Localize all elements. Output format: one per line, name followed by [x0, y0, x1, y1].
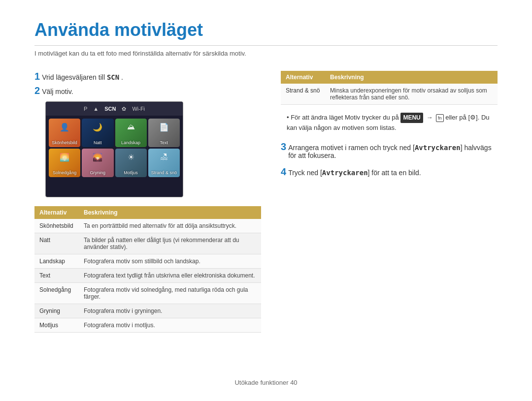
page-subtitle: I motivläget kan du ta ett foto med föri…	[34, 50, 498, 57]
cam-cell-text: 📄 Text	[148, 119, 180, 147]
solnedgang-label: Solnedgång	[53, 170, 76, 175]
table-row: Strand & snö Minska underexponeringen fö…	[281, 84, 498, 105]
table-row: Text Fotografera text tydligt från utskr…	[34, 269, 261, 283]
step-3-text: Arrangera motivet i ramen och tryck ned …	[288, 144, 498, 159]
motljus-label: Motljus	[124, 170, 138, 175]
solnedgang-icon: 🌅	[60, 153, 69, 162]
cam-cell-gryning: 🌄 Gryning	[82, 149, 113, 177]
natt-label: Natt	[94, 140, 102, 145]
row-col2: Fotografera motiv vid solnedgång, med na…	[79, 283, 261, 304]
content-area: 1 Vrid lägesväljaren till SCN . 2 Välj m…	[34, 71, 498, 333]
table-row: Skönhetsbild Ta en porträttbild med alte…	[34, 219, 261, 233]
table-row: Gryning Fotografera motiv i gryningen.	[34, 304, 261, 318]
skonhetsbild-label: Skönhetsbild	[52, 140, 77, 145]
table-row: Natt Ta bilder på natten eller dåligt lj…	[34, 233, 261, 254]
fn-icon: fn	[436, 114, 444, 122]
page-container: Använda motivläget I motivläget kan du t…	[0, 0, 532, 401]
cam-mode-scn: SCN	[104, 106, 116, 112]
left-column: 1 Vrid lägesväljaren till SCN . 2 Välj m…	[34, 71, 261, 333]
step-2-text: Välj motiv.	[42, 88, 73, 95]
camera-grid: 👤 Skönhetsbild 🌙 Natt ⛰ Landskap	[46, 116, 183, 180]
row-col1: Gryning	[34, 304, 79, 318]
step-2-number: 2	[34, 85, 40, 96]
text-label: Text	[160, 140, 168, 145]
gear-symbol: ⚙	[470, 114, 476, 121]
left-table-header-col2: Beskrivning	[79, 206, 261, 219]
row-col2: Ta en porträttbild med alternativ för at…	[79, 219, 261, 233]
landskap-label: Landskap	[121, 140, 140, 145]
row-col1: Skönhetsbild	[34, 219, 79, 233]
cam-mode-icon: ▲	[93, 106, 99, 112]
cam-mode-flower: ✿	[122, 106, 126, 112]
row-col1: Motljus	[34, 318, 79, 333]
table-row: Solnedgång Fotografera motiv vid solnedg…	[34, 283, 261, 304]
row-col1: Text	[34, 269, 79, 283]
arrow-icon: →	[426, 113, 432, 123]
cam-mode-p: P	[84, 106, 87, 112]
row-col2: Fotografera motiv i motljus.	[79, 318, 261, 333]
camera-mockup: P ▲ SCN ✿ Wi-Fi 👤 Skönhetsbild	[45, 101, 183, 197]
row-col2: Fotografera motiv i gryningen.	[79, 304, 261, 318]
right-table: Alternativ Beskrivning Strand & snö Mins…	[281, 71, 498, 105]
footer: Utökade funktioner 40	[0, 379, 532, 386]
step-3-number: 3	[281, 141, 286, 153]
row-col2: Ta bilder på natten eller dåligt ljus (v…	[79, 233, 261, 254]
cam-cell-motljus: ☀ Motljus	[115, 149, 147, 177]
row-col1: Landskap	[34, 254, 79, 269]
step-3-row: 3 Arrangera motivet i ramen och tryck ne…	[281, 141, 498, 159]
right-table-header-col2: Beskrivning	[325, 71, 498, 84]
step-1: 1 Vrid lägesväljaren till SCN .	[34, 71, 261, 82]
step-4: 4 Tryck ned [Avtryckaren] för att ta en …	[281, 166, 498, 178]
row-col2: Fotografera text tydligt från utskrivna …	[79, 269, 261, 283]
natt-icon: 🌙	[93, 123, 102, 132]
cam-cell-strand: 🏖 Strand & snö	[148, 149, 180, 177]
page-title: Använda motivläget	[34, 20, 498, 46]
row-col1: Natt	[34, 233, 79, 254]
cam-cell-natt: 🌙 Natt	[82, 119, 113, 147]
bullet-note: För att ändra läget Motiv trycker du på …	[281, 113, 498, 133]
right-table-header-col1: Alternativ	[281, 71, 325, 84]
menu-badge: MENU	[400, 113, 423, 123]
camera-top-bar: P ▲ SCN ✿ Wi-Fi	[46, 102, 183, 116]
step-4-text: Tryck ned [Avtryckaren] för att ta en bi…	[288, 169, 421, 177]
motljus-icon: ☀	[128, 153, 134, 162]
gryning-icon: 🌄	[93, 153, 102, 162]
row-col1: Solnedgång	[34, 283, 79, 304]
skonhetsbild-icon: 👤	[60, 123, 69, 132]
strand-col2: Minska underexponeringen för motiv orsak…	[325, 84, 498, 105]
step-1-number: 1	[34, 71, 40, 82]
gryning-label: Gryning	[90, 170, 106, 175]
cam-mode-wifi: Wi-Fi	[132, 106, 145, 112]
row-col2: Fotografera motiv som stillbild och land…	[79, 254, 261, 269]
landskap-icon: ⛰	[127, 123, 135, 131]
strand-label: Strand & snö	[151, 170, 177, 175]
cam-cell-skonhetsbild: 👤 Skönhetsbild	[49, 119, 80, 147]
step-2: 2 Välj motiv.	[34, 85, 261, 96]
step-1-text: Vrid lägesväljaren till SCN .	[42, 73, 123, 81]
step-4-number: 4	[281, 166, 286, 178]
strand-col1: Strand & snö	[281, 84, 325, 105]
step-3: 3 Arrangera motivet i ramen och tryck ne…	[281, 141, 498, 159]
left-table: Alternativ Beskrivning Skönhetsbild Ta e…	[34, 206, 261, 333]
right-column: Alternativ Beskrivning Strand & snö Mins…	[281, 71, 498, 333]
left-table-header-col1: Alternativ	[34, 206, 79, 219]
step-4-row: 4 Tryck ned [Avtryckaren] för att ta en …	[281, 166, 498, 178]
right-table-container: Alternativ Beskrivning Strand & snö Mins…	[281, 71, 498, 105]
strand-icon: 🏖	[160, 153, 168, 161]
text-icon: 📄	[159, 123, 169, 132]
table-row: Motljus Fotografera motiv i motljus.	[34, 318, 261, 333]
table-row: Landskap Fotografera motiv som stillbild…	[34, 254, 261, 269]
alternativ-table: Alternativ Beskrivning Skönhetsbild Ta e…	[34, 206, 261, 333]
cam-cell-landskap: ⛰ Landskap	[115, 119, 147, 147]
footer-text: Utökade funktioner 40	[234, 379, 297, 386]
cam-cell-solnedgang: 🌅 Solnedgång	[49, 149, 80, 177]
